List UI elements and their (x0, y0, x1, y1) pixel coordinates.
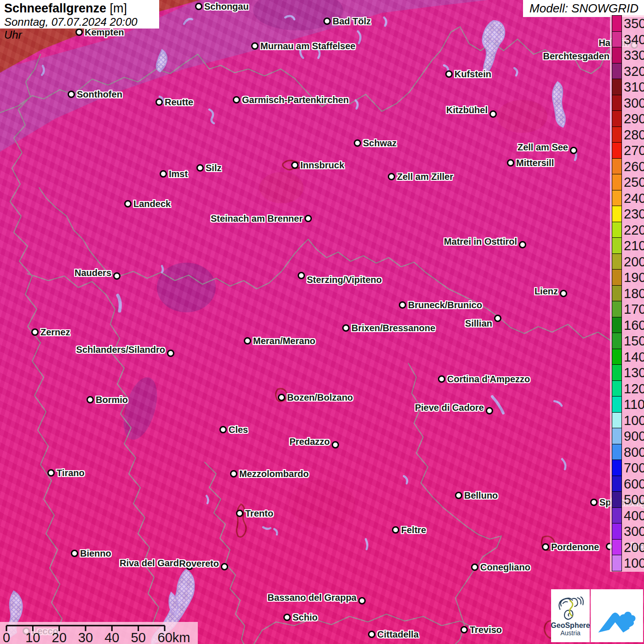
model-label-box: Modell: SNOWGRID (523, 0, 644, 17)
city-dot (160, 170, 167, 178)
city-label: Sterzing/Vipiteno (307, 275, 382, 285)
city-label: Murnau am Staffelsee (260, 41, 356, 51)
city-label: Riva del Garda (120, 558, 184, 568)
city-label: Cittadella (377, 629, 419, 639)
city-dot (354, 139, 361, 147)
city-label: Garmisch-Partenkirchen (242, 95, 349, 105)
city-label: Sonthofen (77, 89, 122, 99)
legend-value: 2400 (624, 190, 644, 206)
legend-value: 2300 (624, 206, 644, 222)
legend-value: 100 (624, 555, 644, 571)
city-label: Kufstein (454, 69, 491, 79)
legend-swatch (612, 396, 622, 413)
legend-swatch (612, 317, 622, 334)
city-label: Cortina d'Ampezzo (447, 374, 530, 384)
legend-value: 400 (624, 508, 644, 523)
city-label: Schio (293, 612, 317, 622)
city-label: Schongau (204, 1, 249, 12)
city-label: Feltre (401, 525, 426, 535)
geosphere-logo-text: GeoSphere (551, 621, 590, 629)
city-label: Brixen/Bressanone (351, 323, 435, 333)
legend-value: 2700 (624, 143, 644, 158)
city-dot (291, 161, 299, 169)
city-dot (68, 91, 75, 98)
distance-scalebar: 0102030405060km (0, 622, 198, 644)
city-dot (195, 3, 202, 10)
city-label: Treviso (470, 625, 502, 635)
legend-value: 2200 (624, 222, 644, 238)
city-label: Steinach am Brenner (211, 213, 303, 224)
legend-swatch (612, 539, 622, 556)
scalebar-tick-label: 10 (25, 630, 40, 644)
legend-swatch (612, 412, 622, 429)
legend-swatch (612, 206, 622, 222)
legend-swatch (612, 47, 622, 63)
city-label: Imst (169, 169, 188, 179)
city-label: Zernez (40, 327, 70, 337)
legend-value: 3000 (624, 95, 644, 111)
legend-value: 1500 (624, 333, 644, 349)
legend-swatch (612, 491, 622, 508)
legend-swatch (612, 222, 622, 238)
legend-value: 1700 (624, 301, 644, 317)
legend-value: 2800 (624, 127, 644, 143)
city-dot (489, 110, 497, 118)
partner-logo-box (591, 589, 643, 642)
legend-value: 1000 (624, 413, 644, 428)
legend-value: 3200 (624, 63, 644, 79)
city-label: Lienz (535, 286, 558, 296)
scalebar-tick-label: 50 (131, 630, 146, 644)
legend-value: 300 (624, 523, 644, 539)
city-label: Innsbruck (300, 160, 345, 170)
legend-value: 1200 (624, 381, 644, 397)
color-legend: 3500340033003200310030002900280027002600… (610, 15, 644, 572)
legend-value: 600 (624, 476, 644, 492)
city-dot (519, 241, 526, 248)
city-dot (542, 543, 549, 551)
city-label: Reutte (165, 97, 193, 107)
city-label: Pordenone (551, 542, 599, 552)
city-dot (230, 470, 237, 477)
city-label: Schwaz (363, 138, 397, 148)
legend-swatch (612, 380, 622, 397)
legend-swatch (612, 174, 622, 190)
legend-swatch (612, 444, 622, 460)
city-dot (399, 301, 406, 309)
city-label: Pieve di Cadore (415, 402, 484, 413)
city-label: Meran/Merano (253, 336, 316, 346)
city-label: Matrei in Osttirol (444, 236, 517, 247)
scalebar-tick-label: 30 (78, 630, 93, 644)
legend-value: 700 (624, 460, 644, 476)
legend-swatch (612, 523, 622, 540)
legend-value: 2600 (624, 159, 644, 174)
city-label: Bozen/Bolzano (287, 392, 353, 402)
legend-swatch (612, 126, 622, 143)
city-label: Bormio (96, 395, 128, 405)
city-dot (507, 159, 514, 167)
legend-swatch (612, 63, 622, 80)
legend-swatch (612, 142, 622, 159)
legend-value: 2000 (624, 254, 644, 270)
city-dot (167, 350, 174, 357)
city-label: Bruneck/Brunico (408, 300, 482, 310)
title-text: Schneefallgrenze (4, 1, 106, 15)
city-dot (388, 173, 395, 180)
legend-swatch (612, 253, 622, 270)
city-dot (236, 510, 243, 517)
city-label: Zell am See (518, 142, 568, 152)
city-dot (460, 626, 468, 633)
city-dot (392, 526, 399, 534)
title-box: Schneefallgrenze [m] Sonntag, 07.07.2024… (0, 0, 159, 29)
city-label: Bassano del Grappa (268, 592, 356, 603)
legend-swatch (612, 79, 622, 95)
city-dot (244, 337, 251, 345)
title-unit: [m] (110, 1, 127, 15)
mountain-cloud-logo-icon (596, 597, 638, 635)
city-dot (233, 96, 240, 104)
city-dot (358, 597, 366, 604)
legend-value: 800 (624, 444, 644, 460)
legend-value: 3500 (624, 16, 644, 31)
city-dot (560, 290, 567, 297)
city-layer: SchongauBad TölzKemptenMurnau am Staffel… (0, 0, 644, 644)
city-label: Mittersill (516, 158, 554, 168)
